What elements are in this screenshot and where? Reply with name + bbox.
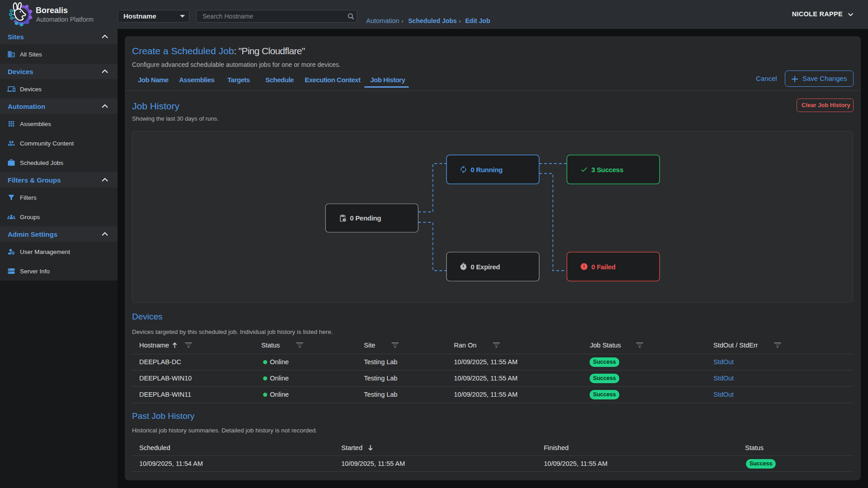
svg-text:0 Pending: 0 Pending bbox=[350, 214, 381, 222]
svg-text:0 Running: 0 Running bbox=[471, 166, 503, 174]
svg-text:0 Failed: 0 Failed bbox=[591, 263, 616, 271]
svg-text:0 Expired: 0 Expired bbox=[471, 263, 500, 271]
svg-text:3 Success: 3 Success bbox=[591, 166, 623, 174]
